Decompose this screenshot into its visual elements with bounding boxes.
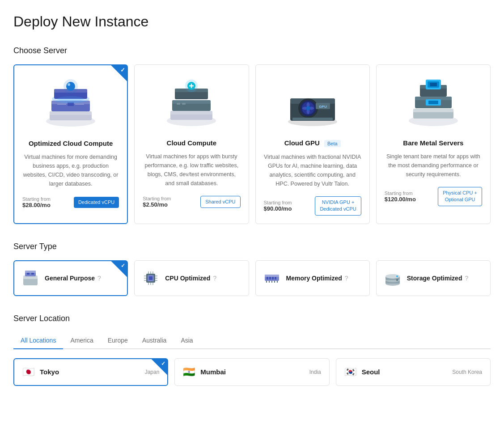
svg-rect-76 <box>275 277 276 280</box>
svg-rect-44 <box>428 101 438 104</box>
server-type-title: Server Type <box>13 242 491 251</box>
price-info-optimized: Starting from $28.00/mo <box>22 196 51 208</box>
type-help-general[interactable]: ? <box>97 275 101 282</box>
type-help-memory[interactable]: ? <box>345 275 348 282</box>
price-value-bare: $120.00/mo <box>385 196 416 203</box>
price-info-bare: Starting from $120.00/mo <box>385 191 416 203</box>
card-title-cloud: Cloud Compute <box>143 139 240 147</box>
svg-rect-26 <box>177 103 180 105</box>
svg-text:GPU: GPU <box>319 105 327 109</box>
type-name-storage: Storage Optimized <box>407 275 462 282</box>
svg-rect-73 <box>267 277 268 280</box>
price-value: $28.00/mo <box>22 202 51 208</box>
tab-america[interactable]: America <box>63 332 100 349</box>
cpu-badge-gpu: NVIDIA GPU +Dedicated vCPU <box>315 196 361 216</box>
cpu-badge-cloud: Shared vCPU <box>200 196 240 208</box>
type-name-memory: Memory Optimized <box>286 275 342 282</box>
card-desc-cloud: Virtual machines for apps with bursty pe… <box>143 152 240 188</box>
location-name-seoul: Seoul <box>362 368 380 376</box>
card-desc-optimized: Virtual machines for more demanding busi… <box>22 152 119 188</box>
tab-asia[interactable]: Asia <box>174 332 200 349</box>
card-footer-optimized: Starting from $28.00/mo Dedicated vCPU <box>22 196 119 208</box>
svg-rect-49 <box>430 83 437 86</box>
card-image-cloud <box>143 74 240 132</box>
cpu-badge-bare: Physical CPU +Optional GPU <box>438 187 482 206</box>
svg-rect-55 <box>31 273 34 275</box>
storage-icon <box>384 269 402 287</box>
server-card-bare-metal[interactable]: Bare Metal Servers Single tenant bare me… <box>376 64 491 224</box>
type-info-general: General Purpose ? <box>45 275 101 282</box>
svg-rect-40 <box>413 109 453 112</box>
svg-point-88 <box>396 279 398 281</box>
card-title-optimized: Optimized Cloud Compute <box>22 140 119 147</box>
type-card-cpu[interactable]: CPU Optimized ? <box>134 260 249 296</box>
flag-mumbai: 🇮🇳 <box>183 366 195 378</box>
tab-all-locations[interactable]: All Locations <box>13 332 63 349</box>
type-checkmark-general <box>111 261 127 277</box>
svg-rect-74 <box>269 277 271 280</box>
type-info-storage: Storage Optimized ? <box>407 275 468 282</box>
svg-point-14 <box>57 96 84 102</box>
location-card-tokyo[interactable]: 🇯🇵 Tokyo Japan <box>13 358 168 386</box>
beta-badge: Beta <box>324 140 341 147</box>
type-info-memory: Memory Optimized ? <box>286 275 348 282</box>
location-card-seoul[interactable]: 🇰🇷 Seoul South Korea <box>336 358 491 386</box>
tab-australia[interactable]: Australia <box>135 332 174 349</box>
location-country-mumbai: India <box>309 369 321 375</box>
type-name-general: General Purpose <box>45 275 95 282</box>
svg-rect-53 <box>25 271 36 273</box>
starting-from-label: Starting from <box>22 196 51 202</box>
server-types-grid: General Purpose ? <box>13 260 491 296</box>
location-country-tokyo: Japan <box>145 369 160 375</box>
server-card-cloud-gpu[interactable]: GPU Cloud GPU Beta Virtual machines with… <box>255 64 370 224</box>
svg-rect-75 <box>272 277 274 280</box>
flag-seoul: 🇰🇷 <box>344 366 356 378</box>
starting-from-label-gpu: Starting from <box>264 200 292 205</box>
price-value-cloud: $2.50/mo <box>143 201 171 208</box>
cpu-icon <box>142 269 160 287</box>
memory-icon <box>263 269 281 287</box>
flag-tokyo: 🇯🇵 <box>22 366 34 378</box>
server-location-title: Server Location <box>13 314 491 323</box>
card-image-gpu: GPU <box>264 74 361 132</box>
type-name-cpu: CPU Optimized <box>165 275 210 282</box>
svg-rect-2 <box>50 111 92 115</box>
location-tabs: All Locations America Europe Australia A… <box>13 332 491 349</box>
type-card-memory[interactable]: Memory Optimized ? <box>255 260 370 296</box>
cpu-badge-optimized: Dedicated vCPU <box>74 197 119 208</box>
choose-server-title: Choose Server <box>13 46 491 55</box>
type-info-cpu: CPU Optimized ? <box>165 275 216 282</box>
starting-from-label-bare: Starting from <box>385 191 416 196</box>
svg-point-87 <box>396 275 398 277</box>
card-image-optimized <box>22 74 119 132</box>
svg-rect-37 <box>292 118 333 120</box>
svg-point-34 <box>306 106 310 110</box>
location-name-tokyo: Tokyo <box>40 368 59 376</box>
svg-rect-54 <box>27 273 30 275</box>
svg-rect-72 <box>265 275 279 277</box>
location-card-mumbai[interactable]: 🇮🇳 Mumbai India <box>174 358 329 386</box>
server-cards-grid: Optimized Cloud Compute Virtual machines… <box>13 64 491 224</box>
type-card-general[interactable]: General Purpose ? <box>13 260 128 296</box>
tab-europe[interactable]: Europe <box>101 332 135 349</box>
starting-from-label-cloud: Starting from <box>143 196 171 201</box>
svg-rect-17 <box>170 111 212 114</box>
card-title-gpu: Cloud GPU Beta <box>264 139 361 147</box>
general-icon <box>21 269 39 287</box>
type-help-cpu[interactable]: ? <box>213 275 216 282</box>
server-card-optimized-cloud[interactable]: Optimized Cloud Compute Virtual machines… <box>13 64 128 224</box>
server-card-cloud-compute[interactable]: Cloud Compute Virtual machines for apps … <box>134 64 249 224</box>
svg-point-13 <box>68 83 70 86</box>
price-info-cloud: Starting from $2.50/mo <box>143 196 171 208</box>
location-country-seoul: South Korea <box>452 369 482 375</box>
svg-rect-27 <box>182 103 186 105</box>
card-footer-gpu: Starting from $90.00/mo NVIDIA GPU +Dedi… <box>264 196 361 216</box>
card-footer-bare: Starting from $120.00/mo Physical CPU +O… <box>385 187 482 206</box>
card-footer-cloud: Starting from $2.50/mo Shared vCPU <box>143 196 240 208</box>
card-desc-bare: Single tenant bare metal for apps with t… <box>385 152 482 179</box>
location-cards-grid: 🇯🇵 Tokyo Japan 🇮🇳 Mumbai India 🇰🇷 Seoul … <box>13 358 491 386</box>
location-name-mumbai: Mumbai <box>200 368 226 376</box>
type-help-storage[interactable]: ? <box>465 275 468 282</box>
svg-rect-58 <box>149 276 152 280</box>
type-card-storage[interactable]: Storage Optimized ? <box>376 260 491 296</box>
